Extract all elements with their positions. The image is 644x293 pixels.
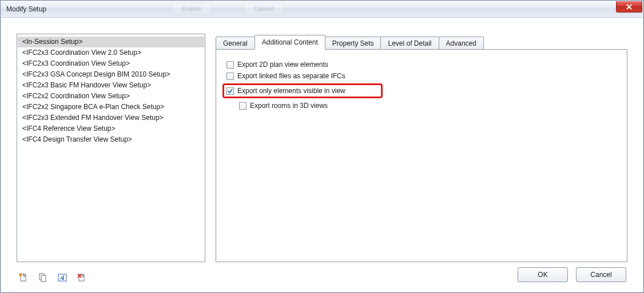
checkbox-label: Export rooms in 3D views xyxy=(250,102,328,110)
setup-item[interactable]: <IFC4 Design Transfer View Setup> xyxy=(18,134,204,145)
highlight-annotation: Export only elements visible in view xyxy=(222,83,383,98)
duplicate-setup-button[interactable] xyxy=(37,272,49,283)
copy-icon xyxy=(38,272,48,283)
rename-icon: A xyxy=(57,272,67,283)
new-setup-button[interactable] xyxy=(18,272,29,283)
setup-item[interactable]: <IFC2x2 Singapore BCA e-Plan Check Setup… xyxy=(18,102,204,113)
setup-item[interactable]: <IFC2x3 Basic FM Handover View Setup> xyxy=(18,80,204,91)
checkbox-export-visible[interactable] xyxy=(226,87,234,95)
checkbox-row-export-rooms[interactable]: Export rooms in 3D views xyxy=(238,100,618,111)
checkbox-label: Export 2D plan view elements xyxy=(237,61,328,69)
setup-item[interactable]: <IFC2x3 Coordination View 2.0 Setup> xyxy=(18,47,204,58)
svg-rect-3 xyxy=(41,275,46,282)
window-title: Modify Setup xyxy=(6,5,46,13)
checkbox-row-export-linked[interactable]: Export linked files as separate IFCs xyxy=(225,70,618,82)
tab-general[interactable]: General xyxy=(216,37,255,50)
close-icon xyxy=(626,3,633,10)
setup-item[interactable]: <IFC2x3 Coordination View Setup> xyxy=(18,58,204,69)
tab-advanced[interactable]: Advanced xyxy=(439,37,484,50)
tab-panel-additional-content: Export 2D plan view elements Export link… xyxy=(216,49,627,262)
modify-setup-dialog: Modify Setup Export Cancel <In-Session S… xyxy=(0,0,644,293)
checkbox-export-2d[interactable] xyxy=(226,61,234,69)
delete-setup-button[interactable] xyxy=(76,272,88,283)
setup-item[interactable]: <In-Session Setup> xyxy=(18,37,204,47)
setup-toolbar: A xyxy=(18,272,88,283)
checkbox-label: Export linked files as separate IFCs xyxy=(237,72,345,80)
checkbox-export-rooms[interactable] xyxy=(239,102,247,110)
setup-item[interactable]: <IFC4 Reference View Setup> xyxy=(18,123,204,134)
close-button[interactable] xyxy=(616,1,642,13)
cancel-button[interactable]: Cancel xyxy=(576,267,626,282)
titlebar: Modify Setup Export Cancel xyxy=(1,1,643,18)
dialog-footer-buttons: OK Cancel xyxy=(518,267,626,282)
setup-list[interactable]: <In-Session Setup> <IFC2x3 Coordination … xyxy=(17,34,205,262)
rename-setup-button[interactable]: A xyxy=(57,272,68,283)
tab-additional-content[interactable]: Additional Content xyxy=(255,35,325,50)
ok-button[interactable]: OK xyxy=(518,267,568,282)
dialog-content: <In-Session Setup> <IFC2x3 Coordination … xyxy=(5,22,639,288)
new-file-icon xyxy=(18,272,29,283)
settings-tabs: General Additional Content Property Sets… xyxy=(216,35,627,50)
tab-property-sets[interactable]: Property Sets xyxy=(325,37,381,50)
setup-item[interactable]: <IFC2x3 Extended FM Handover View Setup> xyxy=(18,113,204,123)
setup-item[interactable]: <IFC2x2 Coordination View Setup> xyxy=(18,91,204,102)
delete-file-icon xyxy=(77,272,87,283)
setup-item[interactable]: <IFC2x3 GSA Concept Design BIM 2010 Setu… xyxy=(18,69,204,80)
ghost-export-button: Export xyxy=(171,2,212,15)
checkbox-export-linked[interactable] xyxy=(226,73,234,80)
checkbox-label: Export only elements visible in view xyxy=(237,87,345,95)
checkbox-row-export-2d[interactable]: Export 2D plan view elements xyxy=(225,59,618,70)
ghost-cancel-button: Cancel xyxy=(243,2,284,15)
checkbox-row-export-visible[interactable]: Export only elements visible in view xyxy=(225,86,379,95)
tab-level-of-detail[interactable]: Level of Detail xyxy=(380,37,439,50)
